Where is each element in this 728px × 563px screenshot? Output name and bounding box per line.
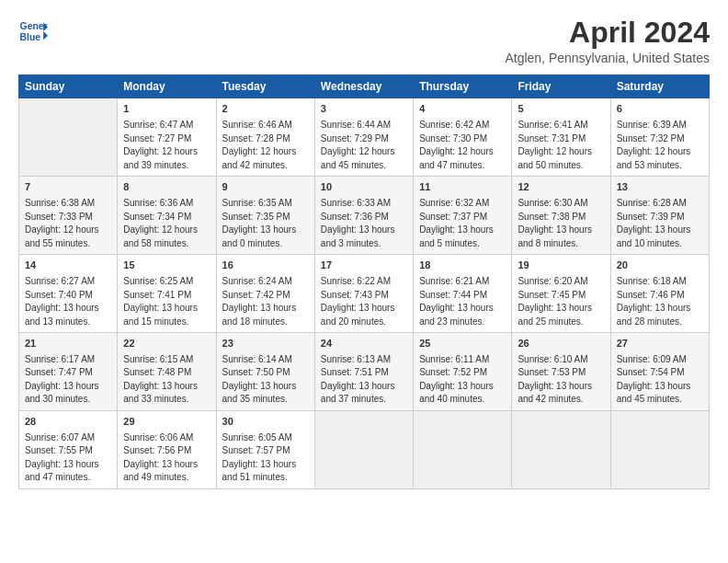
day-info: and 28 minutes. [617, 316, 703, 329]
day-info: and 58 minutes. [123, 237, 210, 251]
day-info: and 47 minutes. [25, 471, 111, 485]
day-info: Sunset: 7:27 PM [123, 132, 210, 146]
day-info: Daylight: 13 hours [123, 302, 210, 316]
calendar-table: Sunday Monday Tuesday Wednesday Thursday… [18, 75, 710, 489]
calendar-cell: 7Sunrise: 6:38 AMSunset: 7:33 PMDaylight… [19, 177, 118, 255]
day-number: 15 [123, 259, 210, 273]
calendar-cell: 21Sunrise: 6:17 AMSunset: 7:47 PMDayligh… [19, 333, 118, 411]
day-info: Sunrise: 6:36 AM [123, 197, 210, 211]
day-info: and 25 minutes. [518, 316, 604, 329]
day-info: Sunrise: 6:22 AM [321, 275, 407, 289]
day-info: Sunset: 7:34 PM [123, 211, 210, 224]
calendar-cell: 6Sunrise: 6:39 AMSunset: 7:32 PMDaylight… [610, 98, 709, 177]
day-info: Sunset: 7:51 PM [321, 366, 407, 380]
day-info: Daylight: 13 hours [321, 302, 407, 316]
header: General Blue April 2024 Atglen, Pennsylv… [18, 17, 710, 65]
day-info: Sunrise: 6:33 AM [321, 197, 407, 211]
col-monday: Monday [118, 75, 216, 98]
day-info: Sunset: 7:39 PM [617, 211, 703, 224]
logo-icon: General Blue [18, 17, 48, 46]
day-info: and 5 minutes. [419, 237, 506, 251]
day-info: Sunrise: 6:25 AM [123, 275, 210, 289]
calendar-row: 1Sunrise: 6:47 AMSunset: 7:27 PMDaylight… [19, 98, 710, 177]
main-title: April 2024 [505, 17, 710, 49]
day-info: Sunrise: 6:35 AM [222, 197, 309, 211]
day-info: Daylight: 13 hours [222, 380, 309, 394]
day-info: Sunrise: 6:21 AM [419, 275, 506, 289]
day-number: 21 [25, 337, 111, 351]
day-info: Daylight: 12 hours [321, 145, 407, 159]
day-info: Sunset: 7:44 PM [419, 289, 506, 303]
day-info: Sunset: 7:45 PM [518, 289, 604, 303]
calendar-cell: 19Sunrise: 6:20 AMSunset: 7:45 PMDayligh… [512, 255, 610, 333]
day-info: Sunset: 7:31 PM [518, 132, 604, 146]
day-info: Sunset: 7:50 PM [222, 366, 309, 380]
day-info: Sunset: 7:30 PM [419, 132, 506, 146]
day-info: Sunset: 7:29 PM [321, 132, 407, 146]
day-info: Sunrise: 6:15 AM [123, 353, 210, 367]
day-info: and 55 minutes. [25, 237, 111, 251]
day-info: Daylight: 13 hours [321, 224, 407, 237]
day-number: 5 [518, 102, 604, 117]
day-info: Daylight: 12 hours [123, 145, 210, 159]
day-info: and 15 minutes. [123, 316, 210, 329]
day-info: Daylight: 13 hours [419, 380, 506, 394]
day-info: Sunrise: 6:09 AM [617, 353, 703, 367]
day-info: Sunrise: 6:32 AM [419, 197, 506, 211]
col-wednesday: Wednesday [314, 75, 413, 98]
calendar-cell: 30Sunrise: 6:05 AMSunset: 7:57 PMDayligh… [216, 410, 314, 488]
calendar-cell: 15Sunrise: 6:25 AMSunset: 7:41 PMDayligh… [118, 255, 216, 333]
calendar-cell: 14Sunrise: 6:27 AMSunset: 7:40 PMDayligh… [19, 255, 118, 333]
subtitle: Atglen, Pennsylvania, United States [505, 51, 710, 65]
calendar-cell: 10Sunrise: 6:33 AMSunset: 7:36 PMDayligh… [314, 177, 413, 255]
day-number: 14 [25, 259, 111, 273]
calendar-row: 21Sunrise: 6:17 AMSunset: 7:47 PMDayligh… [19, 333, 710, 411]
day-info: and 50 minutes. [518, 159, 604, 173]
day-info: Sunrise: 6:18 AM [617, 275, 703, 289]
col-friday: Friday [512, 75, 610, 98]
day-number: 11 [419, 180, 506, 195]
day-number: 3 [321, 102, 407, 117]
day-info: Sunrise: 6:17 AM [25, 353, 111, 367]
calendar-cell [314, 410, 413, 488]
day-info: and 30 minutes. [25, 393, 111, 407]
day-info: Sunset: 7:28 PM [222, 132, 309, 146]
col-tuesday: Tuesday [216, 75, 314, 98]
day-info: Sunset: 7:32 PM [617, 132, 703, 146]
day-info: Sunrise: 6:42 AM [419, 119, 506, 132]
day-number: 29 [123, 415, 210, 430]
calendar-cell: 26Sunrise: 6:10 AMSunset: 7:53 PMDayligh… [512, 333, 610, 411]
calendar-page: General Blue April 2024 Atglen, Pennsylv… [0, 0, 728, 563]
day-number: 19 [518, 259, 604, 273]
day-info: and 51 minutes. [222, 471, 309, 485]
day-number: 2 [222, 102, 309, 117]
day-info: Sunrise: 6:11 AM [419, 353, 506, 367]
calendar-cell: 12Sunrise: 6:30 AMSunset: 7:38 PMDayligh… [512, 177, 610, 255]
calendar-header-row: Sunday Monday Tuesday Wednesday Thursday… [19, 75, 710, 98]
calendar-cell: 20Sunrise: 6:18 AMSunset: 7:46 PMDayligh… [610, 255, 709, 333]
day-number: 7 [25, 180, 111, 195]
day-info: and 47 minutes. [419, 159, 506, 173]
day-info: and 33 minutes. [123, 393, 210, 407]
day-info: Sunrise: 6:28 AM [617, 197, 703, 211]
day-info: Sunset: 7:57 PM [222, 444, 309, 458]
day-info: and 23 minutes. [419, 316, 506, 329]
day-info: Sunset: 7:40 PM [25, 289, 111, 303]
calendar-cell [414, 410, 512, 488]
day-info: Sunset: 7:33 PM [25, 211, 111, 224]
day-info: Sunrise: 6:47 AM [123, 119, 210, 132]
calendar-row: 28Sunrise: 6:07 AMSunset: 7:55 PMDayligh… [19, 410, 710, 488]
day-info: Daylight: 13 hours [518, 302, 604, 316]
title-block: April 2024 Atglen, Pennsylvania, United … [505, 17, 710, 65]
day-info: and 3 minutes. [321, 237, 407, 251]
day-info: and 39 minutes. [123, 159, 210, 173]
day-info: Sunrise: 6:10 AM [518, 353, 604, 367]
day-info: Sunrise: 6:30 AM [518, 197, 604, 211]
calendar-row: 7Sunrise: 6:38 AMSunset: 7:33 PMDaylight… [19, 177, 710, 255]
day-info: and 40 minutes. [419, 393, 506, 407]
day-info: Daylight: 12 hours [25, 224, 111, 237]
calendar-cell [512, 410, 610, 488]
day-info: and 45 minutes. [321, 159, 407, 173]
day-info: Daylight: 13 hours [123, 458, 210, 472]
calendar-cell: 2Sunrise: 6:46 AMSunset: 7:28 PMDaylight… [216, 98, 314, 177]
